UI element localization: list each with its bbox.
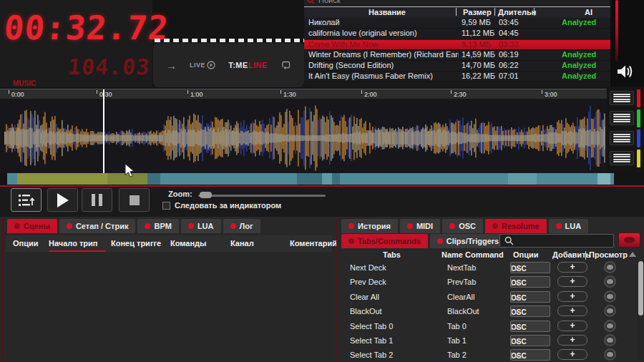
tab-история[interactable]: История	[341, 219, 398, 233]
play-circle-icon	[207, 61, 215, 69]
playlist-view-button[interactable]	[11, 188, 42, 212]
preview-radio[interactable]	[604, 320, 616, 332]
layer-menu-icon[interactable]	[610, 131, 634, 145]
playlist-row[interactable]: Николай9,59 МБ03:45Analyzed	[304, 18, 610, 29]
zoom-slider-track[interactable]	[198, 195, 326, 197]
subtab-tabs-commands[interactable]: Tabs/Commands	[341, 234, 428, 248]
column-header[interactable]: Канал	[230, 239, 254, 248]
live-mode-button[interactable]: LIVE	[190, 61, 215, 69]
column-header[interactable]: Name Command	[441, 250, 504, 259]
protocol-select[interactable]: OSC⌄	[510, 335, 550, 346]
volume-slider[interactable]	[615, 0, 618, 62]
preview-radio[interactable]	[604, 261, 616, 273]
overview-strip[interactable]	[7, 173, 614, 185]
column-size[interactable]: Размер	[463, 8, 492, 16]
preview-radio[interactable]	[604, 334, 616, 346]
command-name: PrevTab	[447, 278, 476, 286]
playlist-row[interactable]: Winter Dreams (I Remember) (Richard Earn…	[304, 50, 610, 61]
protocol-select[interactable]: OSC⌄	[510, 291, 550, 303]
commands-action-button[interactable]	[618, 233, 640, 248]
tab-dot-icon	[188, 223, 194, 229]
add-button[interactable]: +	[557, 335, 587, 346]
waveform-canvas[interactable]	[0, 99, 610, 173]
tab-left-1[interactable]: Сетап / Стрик	[59, 219, 136, 233]
column-ai[interactable]: AI	[585, 8, 592, 16]
playlist-row[interactable]: Come With Me Now8,13 МБ03:33	[304, 39, 610, 50]
tab-left-3[interactable]: LUA	[181, 219, 221, 233]
column-header[interactable]: Просмотр	[589, 250, 628, 259]
tab-scenes[interactable]: Сцены	[7, 219, 57, 233]
command-name: Tab 2	[447, 351, 467, 359]
layer-menu-icon[interactable]	[610, 151, 634, 165]
column-header[interactable]: Конец тригге	[111, 239, 161, 248]
ruler-tick	[9, 90, 9, 94]
tab-left-4[interactable]: Лог	[223, 219, 260, 233]
add-button[interactable]: +	[557, 262, 587, 273]
tab-resolume[interactable]: Resolume	[485, 219, 547, 233]
scroll-up-arrow[interactable]	[629, 252, 636, 257]
triggers-table-body[interactable]	[6, 252, 332, 361]
transport-bar: Zoom: Следовать за индикатором	[0, 187, 644, 217]
arrow-right-icon[interactable]: →	[166, 59, 177, 72]
column-header[interactable]: Опции	[13, 239, 39, 248]
add-button[interactable]: +	[557, 291, 587, 302]
ruler-tick	[451, 90, 452, 94]
add-button[interactable]: +	[557, 305, 587, 316]
protocol-select[interactable]: OSC⌄	[510, 262, 550, 273]
loop-icon[interactable]	[280, 60, 291, 70]
layer-menu-icon[interactable]	[610, 111, 634, 125]
track-layer-row[interactable]	[610, 89, 644, 108]
add-button[interactable]: +	[557, 349, 587, 360]
stop-button[interactable]	[119, 188, 150, 212]
playlist-rows: Николай9,59 МБ03:45Analyzedcalifornia lo…	[304, 18, 610, 82]
commands-search-input[interactable]	[499, 234, 614, 248]
playlist-row[interactable]: It Ain't Easy (Rasmus Faber Remix)16,22 …	[304, 72, 610, 82]
preview-radio[interactable]	[604, 290, 616, 303]
zoom-slider-thumb[interactable]	[200, 192, 212, 198]
timeline-ruler[interactable]: 0:000:301:001:302:002:303:003:3	[0, 89, 644, 99]
column-header[interactable]: Команды	[170, 239, 206, 248]
track-layer-row[interactable]	[610, 109, 644, 128]
commands-table-header[interactable]: TabsName CommandОпцииДобавитьПросмотр	[341, 250, 636, 261]
column-name[interactable]: Название	[369, 8, 406, 16]
timeline-mode-button[interactable]: T:MELINE	[228, 61, 268, 69]
subtab-clips-triggers[interactable]: Clips/Triggers	[430, 234, 506, 248]
track-layer-row[interactable]	[610, 129, 644, 148]
protocol-select[interactable]: OSC⌄	[510, 305, 550, 317]
add-button[interactable]: +	[557, 276, 587, 287]
speaker-icon[interactable]	[615, 62, 636, 82]
command-tab-name: Clear All	[350, 293, 379, 301]
column-header[interactable]: Добавить	[552, 250, 590, 259]
playlist-row[interactable]: california love (original version)11,12 …	[304, 29, 610, 39]
playhead-indicator[interactable]	[103, 89, 104, 173]
playlist-row[interactable]: Drifting (Second Edition)14,70 МБ06:22An…	[304, 61, 610, 72]
playlist-header[interactable]: Название Размер Длительн AI	[304, 6, 610, 18]
commands-scrollbar[interactable]	[638, 261, 644, 361]
preview-radio[interactable]	[604, 305, 616, 317]
tab-midi[interactable]: MIDI	[400, 219, 440, 233]
column-header[interactable]: Опции	[513, 250, 539, 259]
triggers-table-header[interactable]: ОпцииНачало трипКонец триггеКомандыКанал…	[6, 235, 332, 252]
waveform-area[interactable]	[0, 99, 610, 173]
tab-left-2[interactable]: BPM	[137, 219, 178, 233]
play-button[interactable]	[47, 188, 78, 212]
column-header[interactable]: Начало трип	[49, 239, 97, 248]
track-layer-row[interactable]	[610, 150, 644, 168]
protocol-select[interactable]: OSC⌄	[510, 321, 550, 332]
command-row: Prev DeckPrevTabOSC⌄+	[341, 275, 636, 290]
pause-button[interactable]	[82, 188, 112, 212]
follow-indicator-checkbox[interactable]	[162, 202, 170, 210]
tab-lua[interactable]: LUA	[549, 219, 589, 233]
tab-osc[interactable]: OSC	[442, 219, 483, 233]
column-header[interactable]: Tabs	[383, 250, 401, 259]
protocol-select[interactable]: OSC⌄	[510, 349, 550, 361]
scrollbar-thumb[interactable]	[638, 261, 643, 315]
column-header[interactable]: Коментарий	[290, 239, 337, 248]
column-duration[interactable]: Длительн	[498, 8, 537, 16]
preview-radio[interactable]	[604, 348, 616, 361]
preview-radio[interactable]	[604, 275, 616, 288]
add-button[interactable]: +	[557, 321, 587, 331]
layer-menu-icon[interactable]	[610, 91, 634, 105]
playlist-search-bar[interactable]: Поиск	[304, 0, 610, 6]
protocol-select[interactable]: OSC⌄	[510, 276, 550, 288]
